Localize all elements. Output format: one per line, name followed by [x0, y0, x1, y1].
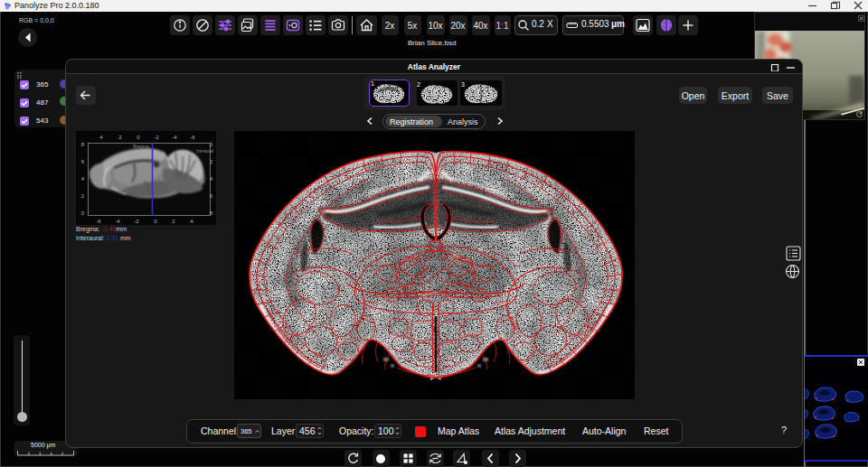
svg-text:2: 2: [172, 219, 175, 224]
svg-text:2: 2: [210, 159, 213, 164]
svg-text:4: 4: [210, 176, 213, 182]
svg-text:-4: -4: [115, 219, 120, 224]
svg-text:0: 0: [154, 219, 157, 224]
svg-text:6: 6: [210, 193, 213, 199]
svg-text:-6: -6: [190, 135, 195, 140]
svg-text:-4: -4: [172, 135, 177, 140]
svg-text:-2: -2: [134, 219, 139, 224]
svg-text:-2: -2: [154, 135, 159, 140]
svg-text:2: 2: [81, 193, 85, 199]
svg-text:2: 2: [118, 135, 122, 140]
svg-text:4: 4: [99, 135, 103, 140]
svg-text:Interaural: Interaural: [196, 149, 213, 154]
svg-text:6: 6: [81, 159, 85, 164]
svg-text:4: 4: [190, 219, 193, 224]
svg-text:4: 4: [81, 176, 85, 182]
svg-text:0: 0: [81, 210, 85, 216]
svg-text:0: 0: [210, 142, 213, 147]
svg-text:Bregma: Bregma: [133, 144, 149, 149]
svg-text:0: 0: [137, 135, 140, 140]
svg-text:8: 8: [210, 210, 213, 216]
svg-text:8: 8: [81, 142, 85, 147]
svg-text:-6: -6: [96, 219, 101, 224]
